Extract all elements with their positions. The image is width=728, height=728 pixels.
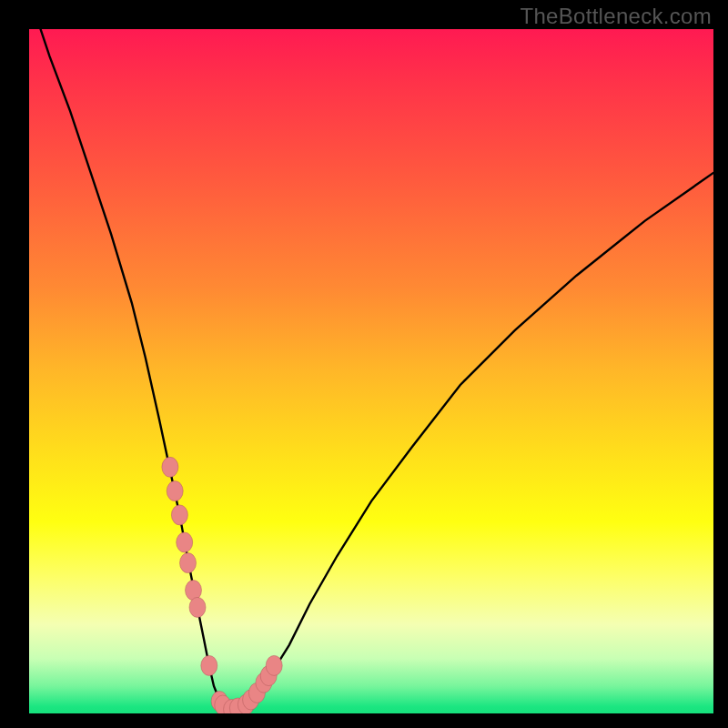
data-marker — [186, 581, 202, 601]
chart-stage: TheBottleneck.com — [0, 0, 728, 728]
data-marker — [167, 481, 183, 501]
plot-area — [29, 29, 713, 713]
watermark-text: TheBottleneck.com — [520, 4, 712, 29]
data-marker — [162, 457, 178, 477]
data-marker — [201, 655, 217, 675]
data-marker — [189, 597, 206, 617]
data-marker — [177, 532, 193, 552]
data-marker — [180, 553, 197, 573]
data-marker — [171, 505, 187, 525]
data-marker — [266, 655, 282, 675]
data-markers — [29, 29, 713, 713]
